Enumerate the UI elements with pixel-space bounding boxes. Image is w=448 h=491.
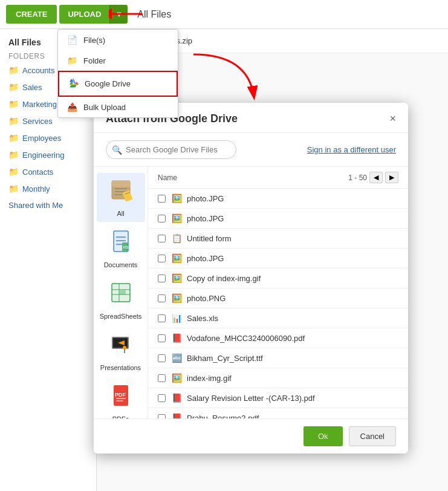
sidebar-services-label: Services (22, 117, 53, 126)
search-icon: 🔍 (112, 145, 122, 155)
file-select-checkbox[interactable] (158, 195, 166, 203)
google-drive-modal: Attach from Google Drive × 🔍 Sign in as … (94, 103, 408, 454)
page-title: All Files (137, 9, 171, 20)
file-list: 🖼️ photo.JPG 🖼️ photo.JPG 📋 Untitled for… (148, 189, 408, 418)
file-select-checkbox[interactable] (158, 334, 166, 342)
file-name: Sales.xls (187, 314, 218, 323)
file-select-checkbox[interactable] (158, 235, 166, 242)
list-item[interactable]: 🖼️ photo.JPG (148, 209, 408, 229)
file-name: photo.JPG (187, 254, 224, 263)
pdf-file-icon: 📕 (172, 333, 182, 343)
file-name: Prabu_Resume2.pdf (187, 414, 259, 419)
bulk-upload-icon: 📤 (67, 102, 77, 112)
list-item[interactable]: 🖼️ photo.PNG (148, 288, 408, 308)
list-item[interactable]: 📕 Prabu_Resume2.pdf (148, 408, 408, 418)
modal-footer: Ok Cancel (94, 418, 408, 454)
google-drive-icon (68, 77, 79, 90)
file-name: Bikham_Cyr_Script.ttf (187, 354, 263, 363)
sidebar-accounts-label: Accounts (22, 66, 54, 75)
sidebar-item-engineering[interactable]: 📁 Engineering (0, 146, 96, 163)
prev-page-button[interactable]: ◀ (369, 172, 383, 183)
folder-icon: 📁 (8, 99, 19, 109)
file-name: photo.PNG (187, 294, 226, 303)
folder-icon: 📁 (8, 167, 19, 177)
image-file-icon: 🖼️ (172, 253, 182, 263)
sidebar-item-monthly[interactable]: 📁 Monthly (0, 180, 96, 197)
sidebar-employees-label: Employees (22, 134, 61, 143)
sidebar-shared-with-me[interactable]: Shared with Me (0, 197, 96, 213)
category-presentations-label: Presentations (100, 364, 141, 371)
file-name: index-img.gif (187, 374, 232, 383)
file-select-checkbox[interactable] (158, 374, 166, 382)
image-file-icon: 🖼️ (172, 213, 182, 223)
upload-dropdown-menu: 📄 File(s) 📁 Folder Goog (57, 29, 178, 118)
list-item[interactable]: 📊 Sales.xls (148, 308, 408, 328)
list-item[interactable]: 🖼️ index-img.gif (148, 368, 408, 388)
app-container: CREATE UPLOAD ▼ All Files 📄 File(s) 📁 Fo… (0, 0, 448, 491)
list-item[interactable]: 🔤 Bikham_Cyr_Script.ttf (148, 348, 408, 368)
file-select-checkbox[interactable] (158, 255, 166, 262)
list-item[interactable]: 🖼️ Copy of index-img.gif (148, 268, 408, 288)
file-select-checkbox[interactable] (158, 414, 166, 419)
file-select-checkbox[interactable] (158, 275, 166, 282)
category-pdfs[interactable]: PDF PDFs (97, 379, 145, 418)
documents-icon: xls (109, 229, 133, 259)
dropdown-item-folder[interactable]: 📁 Folder (58, 50, 178, 71)
pagination-nav: 1 - 50 ◀ ▶ (348, 172, 398, 183)
name-column-header: Name (158, 174, 177, 182)
modal-file-list-panel: Name 1 - 50 ◀ ▶ 🖼️ photo.JPG (148, 167, 408, 418)
search-input[interactable] (106, 140, 236, 159)
category-presentations[interactable]: Presentations (97, 327, 145, 376)
svg-rect-23 (120, 290, 126, 294)
create-button[interactable]: CREATE (6, 5, 57, 24)
sidebar-sales-label: Sales (22, 83, 42, 92)
file-select-checkbox[interactable] (158, 394, 166, 402)
sidebar-item-contacts[interactable]: 📁 Contacts (0, 163, 96, 180)
file-select-checkbox[interactable] (158, 354, 166, 362)
file-icon: 📄 (67, 35, 77, 45)
dropdown-item-bulk-upload[interactable]: 📤 Bulk Upload (58, 97, 178, 117)
list-item[interactable]: 🖼️ photo.JPG (148, 249, 408, 268)
sign-in-link[interactable]: Sign in as a different user (307, 145, 396, 154)
category-spreadsheets-label: SpreadSheets (100, 313, 142, 320)
cancel-button[interactable]: Cancel (349, 426, 396, 446)
dropdown-item-google-drive[interactable]: Google Drive (58, 71, 178, 97)
folder-icon: 📁 (8, 82, 19, 92)
spreadsheet-file-icon: 📊 (172, 313, 182, 323)
gif-file-icon-2: 🖼️ (172, 373, 182, 383)
next-page-button[interactable]: ▶ (385, 172, 398, 183)
file-select-checkbox[interactable] (158, 314, 166, 322)
presentations-icon (109, 332, 133, 362)
toolbar: CREATE UPLOAD ▼ All Files (0, 0, 448, 29)
folder-icon: 📁 (67, 56, 77, 65)
spreadsheets-icon (109, 281, 133, 310)
list-item[interactable]: 📕 Vodafone_MHCC3240006090.pdf (148, 328, 408, 348)
pagination-info: 1 - 50 (348, 174, 367, 182)
search-wrapper: 🔍 (106, 140, 300, 159)
file-select-checkbox[interactable] (158, 215, 166, 223)
svg-text:PDF: PDF (115, 392, 126, 398)
ok-button[interactable]: Ok (304, 426, 343, 446)
modal-close-button[interactable]: × (389, 112, 396, 125)
list-item[interactable]: 🖼️ photo.JPG (148, 189, 408, 209)
file-name: Untitled form (187, 234, 232, 243)
file-name: Salary Revision Letter -(CAR-13).pdf (187, 394, 315, 403)
dropdown-item-files[interactable]: 📄 File(s) (58, 30, 178, 50)
image-file-icon: 🖼️ (172, 193, 182, 203)
file-list-header: Name 1 - 50 ◀ ▶ (148, 167, 408, 189)
category-documents[interactable]: xls Documents (97, 224, 145, 273)
category-spreadsheets[interactable]: SpreadSheets (97, 276, 145, 325)
folder-icon: 📁 (8, 184, 19, 193)
list-item[interactable]: 📋 Untitled form (148, 229, 408, 249)
sidebar-item-employees[interactable]: 📁 Employees (0, 129, 96, 146)
upload-dropdown-button[interactable]: ▼ (109, 5, 128, 24)
upload-button[interactable]: UPLOAD (59, 5, 109, 24)
dropdown-folder-label: Folder (83, 56, 106, 65)
category-all-label: All (117, 210, 124, 217)
list-item[interactable]: 📕 Salary Revision Letter -(CAR-13).pdf (148, 388, 408, 408)
folder-icon: 📁 (8, 65, 19, 75)
png-file-icon: 🖼️ (172, 293, 182, 303)
file-select-checkbox[interactable] (158, 294, 166, 302)
category-all[interactable]: All (97, 173, 145, 222)
pdf-file-icon-3: 📕 (172, 413, 182, 418)
